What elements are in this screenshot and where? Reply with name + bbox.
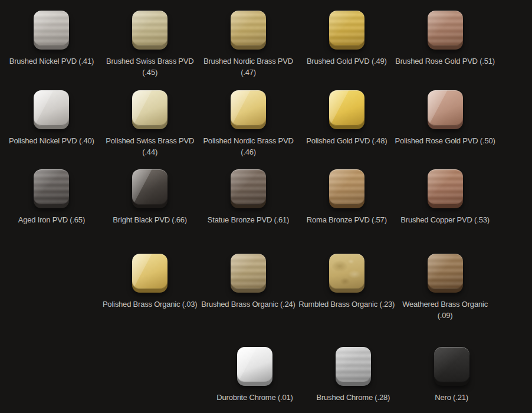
finish-swatch[interactable] (231, 169, 266, 208)
finish-item[interactable]: Polished Gold PVD (.48) (297, 90, 396, 158)
swatch-face (231, 254, 266, 289)
finish-label: Polished Rose Gold PVD (.50) (395, 135, 495, 146)
finish-item[interactable]: Brushed Nickel PVD (.41) (2, 11, 101, 78)
finish-item[interactable]: Statue Bronze PVD (.61) (199, 169, 298, 225)
finish-swatch[interactable] (329, 254, 364, 293)
finish-swatch[interactable] (231, 254, 266, 293)
finish-label: Brushed Swiss Brass PVD(.45) (106, 55, 194, 78)
swatch-face (34, 90, 69, 126)
swatch-face (428, 254, 463, 289)
swatch-face (428, 90, 463, 126)
swatch-face (231, 11, 266, 46)
finish-item[interactable]: Bright Black PVD (.66) (101, 169, 199, 225)
finish-swatch[interactable] (428, 90, 463, 129)
finish-item[interactable]: Polished Swiss Brass PVD(.44) (101, 90, 199, 158)
finish-swatch[interactable] (231, 90, 266, 129)
finish-item[interactable]: Brushed Nordic Brass PVD(.47) (199, 11, 298, 78)
finish-item[interactable]: Brushed Copper PVD (.53) (396, 169, 494, 225)
finish-row: Polished Brass Organic (.03)Brushed Bras… (2, 254, 494, 321)
finish-row: Polished Nickel PVD (.40)Polished Swiss … (2, 90, 494, 158)
finish-swatch[interactable] (329, 169, 364, 208)
finish-label: Brushed Gold PVD (.49) (307, 55, 387, 67)
finish-label: Brushed Brass Organic (.24) (201, 299, 295, 310)
swatch-face (34, 169, 69, 205)
swatch-face (132, 11, 168, 46)
finish-swatch[interactable] (428, 254, 463, 293)
finish-label: Brushed Nordic Brass PVD(.47) (203, 55, 293, 78)
finish-label: Polished Brass Organic (.03) (103, 299, 198, 310)
finish-item[interactable]: Brushed Chrome (.28) (304, 347, 402, 403)
finish-label: Polished Gold PVD (.48) (306, 135, 387, 146)
swatch-face (329, 90, 364, 126)
finish-item[interactable]: Nero (.21) (402, 347, 501, 403)
swatch-face (329, 169, 364, 205)
finish-item[interactable]: Aged Iron PVD (.65) (2, 169, 101, 225)
swatch-face (132, 90, 168, 126)
finish-swatch[interactable] (132, 169, 168, 208)
finish-item[interactable]: Rumbled Brass Organic (.23) (297, 254, 396, 321)
finish-label: Brushed Rose Gold PVD (.51) (395, 55, 495, 67)
finish-swatch[interactable] (34, 169, 69, 208)
swatch-face (132, 169, 168, 205)
finish-swatch[interactable] (329, 11, 364, 50)
finish-item[interactable]: Brushed Brass Organic (.24) (199, 254, 298, 321)
swatch-face (231, 90, 266, 126)
finish-label: Polished Nickel PVD (.40) (9, 135, 94, 146)
finish-item[interactable]: Roma Bronze PVD (.57) (297, 169, 396, 225)
finish-item[interactable]: Polished Rose Gold PVD (.50) (396, 90, 494, 158)
finish-swatch[interactable] (34, 11, 69, 50)
swatch-face (336, 347, 371, 382)
finish-label: Rumbled Brass Organic (.23) (298, 299, 395, 310)
finish-label: Polished Nordic Brass PVD(.46) (203, 135, 293, 158)
finish-row: Aged Iron PVD (.65)Bright Black PVD (.66… (2, 169, 494, 225)
finish-label: Brushed Chrome (.28) (316, 392, 390, 403)
finish-item[interactable]: Polished Brass Organic (.03) (101, 254, 199, 321)
finish-swatch[interactable] (231, 11, 266, 50)
finish-row: Durobrite Chrome (.01)Brushed Chrome (.2… (9, 347, 501, 403)
swatch-face (132, 254, 168, 289)
finish-label: Brushed Nickel PVD (.41) (9, 55, 94, 67)
finish-item[interactable]: Brushed Swiss Brass PVD(.45) (101, 11, 199, 78)
finish-swatch[interactable] (132, 90, 168, 129)
finish-label: Bright Black PVD (.66) (113, 214, 187, 225)
finish-swatch[interactable] (132, 254, 168, 293)
swatch-face (428, 169, 463, 205)
finish-row: Brushed Nickel PVD (.41)Brushed Swiss Br… (2, 11, 494, 78)
finish-label: Durobrite Chrome (.01) (216, 392, 293, 403)
finish-swatch[interactable] (34, 90, 69, 129)
swatch-face (329, 11, 364, 46)
finish-item[interactable]: Polished Nickel PVD (.40) (2, 90, 101, 158)
finish-item[interactable]: Brushed Gold PVD (.49) (297, 11, 396, 78)
swatch-face (428, 11, 463, 46)
finish-swatch[interactable] (336, 347, 371, 386)
finish-item[interactable]: Brushed Rose Gold PVD (.51) (396, 11, 494, 78)
finish-swatch[interactable] (434, 347, 469, 386)
finish-swatch[interactable] (237, 347, 272, 386)
finish-label: Weathered Brass Organic(.09) (402, 299, 488, 321)
swatch-face (329, 254, 364, 289)
finish-grid: Brushed Nickel PVD (.41)Brushed Swiss Br… (2, 11, 494, 403)
swatch-face (34, 11, 69, 46)
finish-label: Roma Bronze PVD (.57) (307, 214, 387, 225)
finish-swatch[interactable] (428, 11, 463, 50)
finish-item[interactable]: Durobrite Chrome (.01) (206, 347, 304, 403)
swatch-face (231, 169, 266, 205)
finish-swatch[interactable] (428, 169, 463, 208)
finish-item[interactable]: Polished Nordic Brass PVD(.46) (199, 90, 298, 158)
finish-swatch[interactable] (329, 90, 364, 129)
finish-swatch[interactable] (132, 11, 168, 50)
swatch-face (434, 347, 469, 382)
finish-label: Polished Swiss Brass PVD(.44) (106, 135, 194, 158)
finish-label: Statue Bronze PVD (.61) (208, 214, 289, 225)
finish-label: Aged Iron PVD (.65) (18, 214, 85, 225)
finish-label: Brushed Copper PVD (.53) (400, 214, 490, 225)
finish-item[interactable]: Weathered Brass Organic(.09) (396, 254, 494, 321)
swatch-face (237, 347, 272, 382)
finish-label: Nero (.21) (435, 392, 468, 403)
